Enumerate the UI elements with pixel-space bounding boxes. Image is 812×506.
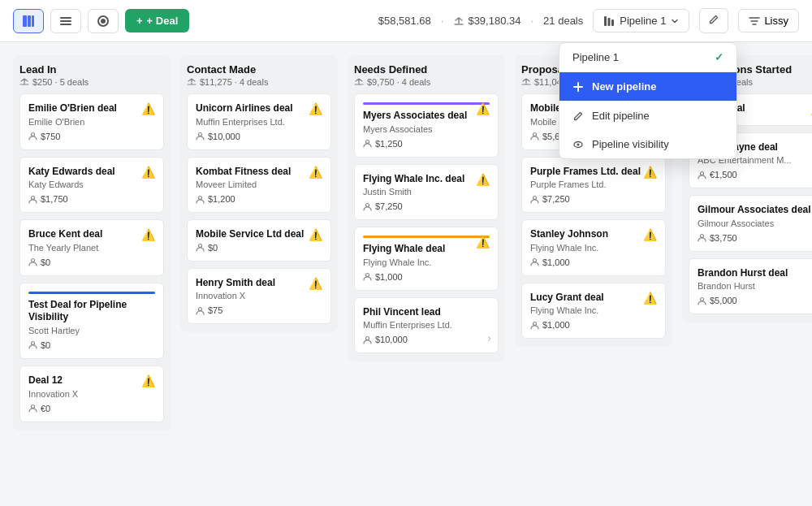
card-subtitle: Scott Hartley: [28, 326, 155, 335]
card-value: €0: [28, 404, 155, 413]
header: + + Deal $58,581.68 · $39,180.34 · 21 de…: [0, 0, 812, 42]
pipeline-visibility-item[interactable]: Pipeline visibility: [559, 130, 736, 158]
warning-icon: ⚠️: [309, 102, 322, 115]
card-title: Kombat Fitness deal: [196, 166, 322, 179]
filter-button[interactable]: Lissy: [738, 9, 799, 32]
svg-point-20: [199, 244, 202, 248]
card-title: Myers Associates deal: [363, 110, 490, 123]
deals-count: 21 deals: [543, 15, 583, 27]
person-icon: [363, 335, 372, 344]
deal-card[interactable]: Mobile Service Ltd deal $0 ⚠️: [187, 219, 331, 262]
card-title: Unicorn Airlines deal: [196, 102, 322, 115]
warning-icon: ⚠️: [643, 166, 657, 179]
svg-rect-9: [608, 18, 611, 26]
card-value: $1,000: [363, 272, 490, 282]
deal-card[interactable]: Deal 12 Innovation X €0 ⚠️: [19, 365, 164, 422]
svg-point-17: [32, 405, 35, 409]
deal-card[interactable]: Flying Whale Inc. deal Justin Smith $7,2…: [354, 164, 499, 221]
svg-point-13: [32, 133, 35, 136]
deal-card[interactable]: Kombat Fitness deal Moveer Limited $1,20…: [187, 157, 331, 214]
deal-card[interactable]: Purple Frames Ltd. deal Purple Frames Lt…: [521, 157, 666, 214]
person-icon: [28, 404, 37, 413]
separator-2: ·: [530, 15, 533, 27]
deal-card[interactable]: Lucy Grant deal Flying Whale Inc. $1,000…: [521, 283, 666, 339]
card-subtitle: Myers Associates: [363, 124, 490, 134]
person-icon: [698, 233, 706, 242]
deal-card[interactable]: Stanley Johnson Flying Whale Inc. $1,000…: [521, 219, 666, 276]
card-subtitle: Justin Smith: [363, 187, 490, 197]
header-stats: $58,581.68 · $39,180.34 · 21 deals Pipel…: [378, 8, 799, 33]
pencil-icon-sm: [572, 110, 584, 122]
deal-card[interactable]: Bruce Kent deal The Yearly Planet $0 ⚠️: [19, 219, 164, 276]
person-icon: [530, 321, 539, 330]
card-value: $0: [196, 243, 322, 253]
card-title: Stanley Johnson: [530, 228, 657, 241]
arrow-right-icon: ›: [487, 331, 491, 344]
card-title: Henry Smith deal: [196, 277, 322, 290]
card-subtitle: Purple Frames Ltd.: [530, 179, 657, 189]
deal-card[interactable]: Phil Vincent lead Muffin Enterprises Ltd…: [354, 297, 499, 354]
person-icon: [196, 243, 205, 252]
filter-label: Lissy: [764, 15, 788, 27]
column-header-contact-made: Contact Made $11,275 · 4 deals: [187, 63, 331, 87]
warning-icon: ⚠️: [141, 228, 155, 241]
card-value: $1,750: [28, 194, 155, 204]
deal-card[interactable]: Brandon Hurst deal Brandon Hurst $5,000 …: [689, 258, 812, 315]
pipeline-dropdown-menu: Pipeline 1 ✓ New pipeline Edit pipeline …: [559, 42, 737, 159]
deal-card[interactable]: Test Deal for Pipeline Visibility Scott …: [19, 283, 164, 359]
forecast-icon: [97, 15, 110, 28]
svg-rect-8: [604, 16, 607, 26]
pipeline-dropdown-button[interactable]: Pipeline 1: [593, 9, 689, 32]
card-value: $7,250: [363, 201, 490, 211]
column-meta-lead-in: $250 · 5 deals: [19, 77, 164, 87]
dropdown-pipeline-name: Pipeline 1: [572, 51, 619, 63]
person-icon: [28, 195, 37, 204]
card-subtitle: Innovation X: [196, 291, 322, 301]
svg-point-22: [366, 141, 369, 144]
person-icon: [196, 195, 205, 204]
svg-point-28: [533, 259, 537, 262]
card-value: $750: [28, 132, 155, 141]
list-icon: [59, 15, 72, 28]
card-title: Phil Vincent lead: [363, 306, 490, 319]
deal-card[interactable]: Katy Edwards deal Katy Edwards $1,750 ⚠️: [19, 157, 164, 214]
deal-card[interactable]: Myers Associates deal Myers Associates $…: [354, 93, 499, 158]
svg-point-19: [199, 196, 202, 199]
forecast-view-button[interactable]: [88, 9, 119, 33]
warning-icon: ⚠️: [309, 228, 322, 241]
edit-pipeline-item[interactable]: Edit pipeline: [559, 102, 736, 130]
deal-card[interactable]: Unicorn Airlines deal Muffin Enterprises…: [187, 93, 331, 150]
deal-card[interactable]: Henry Smith deal Innovation X $75 ⚠️: [187, 268, 331, 325]
warning-icon: ⚠️: [141, 102, 155, 115]
edit-pipeline-button[interactable]: [699, 8, 728, 33]
svg-rect-2: [32, 15, 34, 27]
pipeline-label: Pipeline 1: [620, 15, 666, 27]
card-bar: [28, 292, 155, 294]
warning-icon: ⚠️: [141, 166, 155, 179]
deal-card[interactable]: Emilie O'Brien deal Emilie O'Brien $750 …: [19, 93, 164, 150]
separator-1: ·: [441, 15, 444, 27]
card-title: Mobile Service Ltd deal: [196, 228, 322, 241]
card-value: €1,500: [698, 170, 812, 179]
warning-icon: ⚠️: [476, 173, 490, 186]
column-contact-made: Contact Made $11,275 · 4 deals Unicorn A…: [180, 55, 338, 332]
card-subtitle: Muffin Enterprises Ltd.: [363, 320, 490, 330]
dropdown-pipeline-name-item: Pipeline 1 ✓: [559, 43, 736, 71]
person-icon: [28, 132, 37, 141]
column-header-needs-defined: Needs Defined $9,750 · 4 deals: [354, 63, 499, 87]
kanban-view-button[interactable]: [13, 9, 44, 33]
add-deal-button[interactable]: + + Deal: [125, 9, 189, 32]
card-subtitle: Muffin Enterprises Ltd.: [196, 117, 322, 127]
deal-card[interactable]: Gilmour Associates deal Gilmour Associat…: [689, 195, 812, 252]
svg-point-29: [533, 322, 537, 325]
warning-icon: ⚠️: [643, 292, 657, 305]
weighted-amount-container: $39,180.34: [453, 15, 520, 27]
new-pipeline-item[interactable]: New pipeline: [559, 72, 736, 101]
list-view-button[interactable]: [50, 9, 81, 33]
deal-card[interactable]: Flying Whale deal Flying Whale Inc. $1,0…: [354, 227, 499, 291]
card-title: Purple Frames Ltd. deal: [530, 166, 657, 179]
scale-icon-sm: [521, 77, 531, 87]
card-value: $1,200: [196, 194, 322, 204]
person-icon: [363, 272, 372, 281]
pipeline-icon: [603, 15, 615, 27]
